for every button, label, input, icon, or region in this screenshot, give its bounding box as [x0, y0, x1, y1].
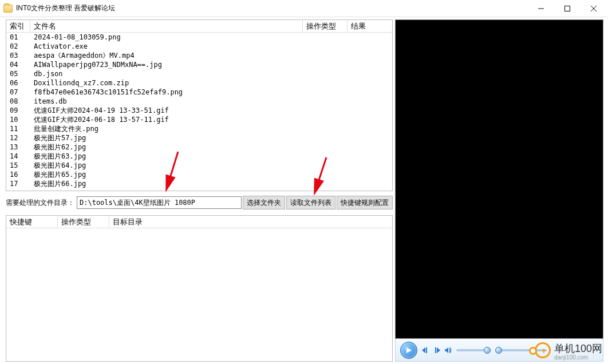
cell-res	[358, 124, 392, 133]
table-row[interactable]: 15极光图片64.jpg	[6, 161, 392, 170]
cell-filename: 优速GIF大师2024-04-19 13-33-51.gif	[30, 106, 313, 115]
cell-res	[358, 133, 392, 143]
hotkey-grid-body[interactable]	[6, 228, 392, 361]
table-row[interactable]: 14极光图片63.jpg	[6, 152, 392, 161]
cell-op	[313, 133, 358, 143]
prev-button[interactable]	[422, 347, 429, 354]
cell-filename: 极光图片57.jpg	[30, 133, 313, 143]
cell-filename: 优速GIF大师2024-06-18 13-57-11.gif	[30, 115, 313, 124]
seek-slider[interactable]	[495, 349, 547, 351]
cell-index: 11	[6, 124, 30, 133]
cell-op	[313, 33, 358, 42]
folder-icon	[3, 5, 13, 13]
table-row[interactable]: 04AIWallpaperjpg0723_NDMxNA==.jpg	[6, 60, 392, 69]
table-row[interactable]: 07f8fb47e0e61e36743c10151fc52efaf9.png	[6, 88, 392, 97]
video-preview[interactable]	[395, 19, 603, 339]
col-index[interactable]: 索引	[6, 20, 30, 32]
col-filename[interactable]: 文件名	[30, 20, 303, 32]
path-row: 需要处理的文件目录： 选择文件夹 读取文件列表 快捷键规则配置	[6, 196, 393, 209]
file-grid: 索引 文件名 操作类型 结果 012024-01-08_103059.png02…	[6, 19, 393, 191]
cell-index: 01	[6, 33, 30, 42]
col-target[interactable]: 目标目录	[109, 216, 392, 228]
cell-res	[358, 51, 392, 60]
cell-filename: 极光图片63.jpg	[30, 152, 313, 161]
cell-index: 17	[6, 179, 30, 188]
cell-res	[358, 106, 392, 115]
path-input[interactable]	[77, 196, 242, 209]
cell-filename: Activator.exe	[30, 42, 313, 51]
cell-op	[313, 97, 358, 106]
titlebar: INT0文件分类整理 吾爱破解论坛	[0, 0, 608, 17]
table-row[interactable]: 11批量创建文件夹.png	[6, 124, 392, 133]
table-row[interactable]: 012024-01-08_103059.png	[6, 33, 392, 42]
cell-index: 16	[6, 170, 30, 179]
cell-filename: aespa《Armageddon》MV.mp4	[30, 51, 313, 60]
cell-index: 07	[6, 88, 30, 97]
cell-index: 04	[6, 60, 30, 69]
col-hotkey[interactable]: 快捷键	[6, 216, 58, 228]
cell-res	[358, 60, 392, 69]
cell-op	[313, 115, 358, 124]
cell-res	[358, 115, 392, 124]
cell-op	[313, 179, 358, 188]
hotkey-config-button[interactable]: 快捷键规则配置	[337, 196, 393, 209]
cell-filename: 极光图片65.jpg	[30, 170, 313, 179]
table-row[interactable]: 06Doxilliondq_xz7.com.zip	[6, 78, 392, 88]
table-row[interactable]: 17极光图片66.jpg	[6, 179, 392, 188]
table-row[interactable]: 12极光图片57.jpg	[6, 133, 392, 143]
table-row[interactable]: 03aespa《Armageddon》MV.mp4	[6, 51, 392, 60]
svg-rect-6	[426, 347, 427, 353]
cell-res	[358, 69, 392, 78]
cell-filename: items.db	[30, 97, 313, 106]
path-label: 需要处理的文件目录：	[6, 198, 74, 208]
window-title: INT0文件分类整理 吾爱破解论坛	[16, 3, 115, 13]
media-controls	[395, 339, 603, 362]
cell-filename: 2024-01-08_103059.png	[30, 33, 313, 42]
right-pane	[395, 17, 608, 364]
volume-icon[interactable]	[445, 347, 452, 354]
svg-marker-4	[406, 347, 412, 353]
cell-index: 09	[6, 106, 30, 115]
svg-rect-1	[565, 6, 570, 11]
cell-res	[358, 33, 392, 42]
cell-filename: 批量创建文件夹.png	[30, 124, 313, 133]
next-button[interactable]	[433, 347, 440, 354]
cell-index: 13	[6, 143, 30, 152]
volume-slider[interactable]	[456, 349, 491, 351]
file-grid-body[interactable]: 012024-01-08_103059.png02Activator.exe03…	[6, 33, 392, 191]
cell-filename: Doxilliondq_xz7.com.zip	[30, 78, 313, 88]
cell-index: 05	[6, 69, 30, 78]
cell-filename: 极光图片66.jpg	[30, 179, 313, 188]
cell-res	[358, 161, 392, 170]
cell-res	[358, 42, 392, 51]
cell-op	[313, 143, 358, 152]
close-button[interactable]	[581, 0, 607, 17]
maximize-button[interactable]	[554, 0, 581, 17]
table-row[interactable]: 13极光图片62.jpg	[6, 143, 392, 152]
hotkey-grid: 快捷键 操作类型 目标目录	[6, 215, 393, 362]
table-row[interactable]: 09优速GIF大师2024-04-19 13-33-51.gif	[6, 106, 392, 115]
cell-filename: db.json	[30, 69, 313, 78]
svg-rect-7	[435, 347, 436, 353]
choose-folder-button[interactable]: 选择文件夹	[243, 196, 285, 209]
cell-filename: f8fb47e0e61e36743c10151fc52efaf9.png	[30, 88, 313, 97]
cell-res	[358, 78, 392, 88]
col-result[interactable]: 结果	[348, 20, 392, 32]
cell-index: 14	[6, 152, 30, 161]
col-operation[interactable]: 操作类型	[303, 20, 348, 32]
table-row[interactable]: 05db.json	[6, 69, 392, 78]
cell-index: 08	[6, 97, 30, 106]
cell-op	[313, 69, 358, 78]
minimize-button[interactable]	[528, 0, 554, 17]
table-row[interactable]: 16极光图片65.jpg	[6, 170, 392, 179]
play-button[interactable]	[400, 342, 417, 359]
col-op2[interactable]: 操作类型	[58, 216, 109, 228]
cell-op	[313, 124, 358, 133]
table-row[interactable]: 02Activator.exe	[6, 42, 392, 51]
cell-index: 06	[6, 78, 30, 88]
cell-op	[313, 88, 358, 97]
table-row[interactable]: 10优速GIF大师2024-06-18 13-57-11.gif	[6, 115, 392, 124]
read-filelist-button[interactable]: 读取文件列表	[286, 196, 335, 209]
table-row[interactable]: 08items.db	[6, 97, 392, 106]
cell-res	[358, 152, 392, 161]
